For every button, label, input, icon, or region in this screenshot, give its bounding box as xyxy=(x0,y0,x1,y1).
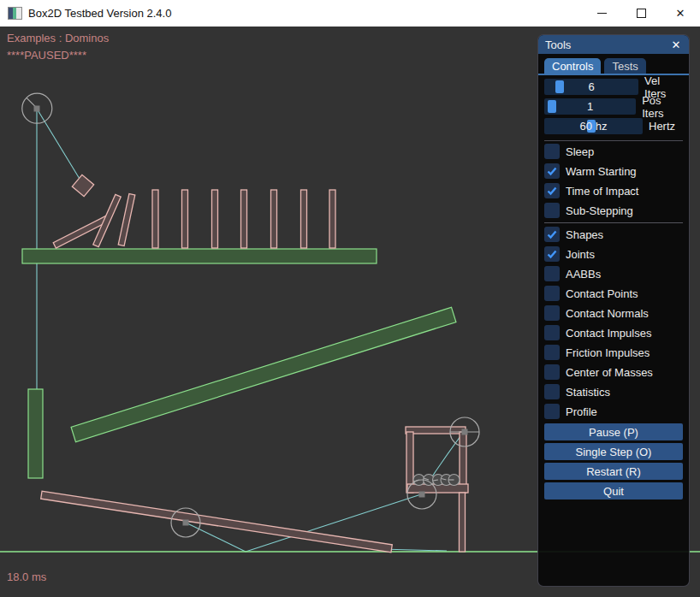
window-title: Box2D Testbed Version 2.4.0 xyxy=(28,7,171,20)
checkmark-icon xyxy=(547,166,557,176)
slider-row: 60 hz Hertz xyxy=(544,118,683,134)
checkbox-row: AABBs xyxy=(544,266,683,281)
checkbox-row: Friction Impulses xyxy=(544,345,683,360)
minimize-button[interactable] xyxy=(582,0,621,27)
checkbox[interactable] xyxy=(544,144,560,159)
checkbox[interactable] xyxy=(544,325,560,340)
checkbox-label: Sub-Stepping xyxy=(566,204,633,217)
anchor-point xyxy=(419,492,425,498)
anchor-point xyxy=(183,520,189,526)
checkbox-label: Friction Impulses xyxy=(566,346,650,359)
checkbox[interactable] xyxy=(544,345,560,360)
tools-panel-titlebar[interactable]: Tools ✕ xyxy=(538,35,689,54)
checkbox-group: Sleep Warm Starting Time of Impact xyxy=(544,144,683,419)
shelf-static xyxy=(22,249,377,263)
separator xyxy=(544,140,683,141)
maximize-icon xyxy=(637,9,646,18)
pendulum-bob[interactable] xyxy=(72,174,93,196)
domino[interactable] xyxy=(152,190,158,248)
checkbox-label: AABBs xyxy=(566,268,601,281)
checkbox-label: Statistics xyxy=(566,386,610,399)
checkbox[interactable] xyxy=(544,163,560,179)
checkbox[interactable] xyxy=(544,305,560,321)
checkbox-row: Warm Starting xyxy=(544,163,683,179)
slider-label: Pos Iters xyxy=(642,94,683,120)
seesaw-plank[interactable] xyxy=(41,491,393,553)
close-button[interactable]: ✕ xyxy=(661,0,700,27)
checkbox-row: Contact Points xyxy=(544,286,683,301)
checkbox-label: Profile xyxy=(566,405,597,418)
checkbox-row: Contact Normals xyxy=(544,305,683,321)
checkbox[interactable] xyxy=(544,183,560,198)
domino[interactable] xyxy=(212,190,218,248)
maximize-button[interactable] xyxy=(621,0,661,27)
lid-plank[interactable] xyxy=(406,427,466,434)
slider-value: 6 xyxy=(544,79,638,95)
checkbox-label: Contact Impulses xyxy=(566,327,651,340)
domino[interactable] xyxy=(182,190,188,248)
checkbox-row: Shapes xyxy=(544,222,683,242)
checkbox[interactable] xyxy=(544,364,560,380)
slider-track[interactable]: 60 hz xyxy=(544,118,643,134)
panel-button[interactable]: Quit xyxy=(544,482,683,499)
panel-button[interactable]: Single Step (O) xyxy=(544,443,683,460)
checkbox[interactable] xyxy=(544,384,560,399)
checkbox-row: Sleep xyxy=(544,144,683,159)
paused-label: ****PAUSED**** xyxy=(7,49,86,62)
checkbox-row: Statistics xyxy=(544,384,683,399)
container-wall-right[interactable] xyxy=(460,432,466,493)
panel-button[interactable]: Pause (P) xyxy=(544,423,683,440)
domino[interactable] xyxy=(271,190,277,248)
slider-group: 6 Vel Iters 1 Pos Iters 60 hz Hertz xyxy=(544,79,683,141)
slider-label: Hertz xyxy=(649,120,675,133)
tab[interactable]: Controls xyxy=(544,58,601,74)
domino-fallen[interactable] xyxy=(118,193,135,245)
checkbox-row: Contact Impulses xyxy=(544,325,683,340)
checkbox[interactable] xyxy=(544,286,560,301)
checkbox-label: Sleep xyxy=(566,145,594,158)
slider-row: 6 Vel Iters xyxy=(544,79,683,95)
joint-line xyxy=(37,109,82,183)
slider-track[interactable]: 1 xyxy=(544,98,636,115)
checkbox-label: Center of Masses xyxy=(566,366,653,379)
tab-bar: ControlsTests xyxy=(544,58,689,74)
checkmark-icon xyxy=(547,249,557,259)
checkbox[interactable] xyxy=(544,246,560,262)
checkbox-row: Time of Impact xyxy=(544,183,683,198)
checkbox[interactable] xyxy=(544,266,560,281)
checkmark-icon xyxy=(547,229,557,239)
checkbox-label: Shapes xyxy=(566,228,603,241)
close-icon: ✕ xyxy=(676,8,685,19)
checkbox-label: Time of Impact xyxy=(566,185,638,198)
panel-close-icon[interactable]: ✕ xyxy=(668,38,684,51)
ramp-static xyxy=(71,307,456,441)
checkbox-row: Profile xyxy=(544,404,683,419)
checkbox-row: Sub-Stepping xyxy=(544,203,683,218)
window-titlebar: Box2D Testbed Version 2.4.0 ✕ xyxy=(0,0,700,27)
dominoes-upright[interactable] xyxy=(152,190,335,248)
domino[interactable] xyxy=(329,190,335,248)
anchor-point xyxy=(462,429,468,435)
slider-value: 1 xyxy=(544,98,636,115)
app-window: Box2D Testbed Version 2.4.0 ✕ xyxy=(0,0,700,597)
tab[interactable]: Tests xyxy=(604,58,645,74)
button-group: Pause (P)Single Step (O)Restart (R)Quit xyxy=(544,423,683,499)
slider-row: 1 Pos Iters xyxy=(544,98,683,115)
checkbox-label: Warm Starting xyxy=(566,165,637,178)
domino[interactable] xyxy=(241,190,247,248)
pillar-static xyxy=(28,389,43,478)
app-icon xyxy=(8,7,22,20)
checkbox-row: Joints xyxy=(544,246,683,262)
support-post[interactable] xyxy=(460,493,466,552)
domino[interactable] xyxy=(301,190,307,248)
checkbox[interactable] xyxy=(544,227,560,242)
panel-button[interactable]: Restart (R) xyxy=(544,463,683,480)
frame-time-label: 18.0 ms xyxy=(7,570,46,583)
slider-track[interactable]: 6 xyxy=(544,79,638,95)
slider-value: 60 hz xyxy=(544,118,643,134)
checkbox-label: Contact Normals xyxy=(566,307,649,320)
checkbox[interactable] xyxy=(544,404,560,419)
example-label: Examples : Dominos xyxy=(7,32,109,44)
checkbox[interactable] xyxy=(544,203,560,218)
minimize-icon xyxy=(597,13,607,14)
